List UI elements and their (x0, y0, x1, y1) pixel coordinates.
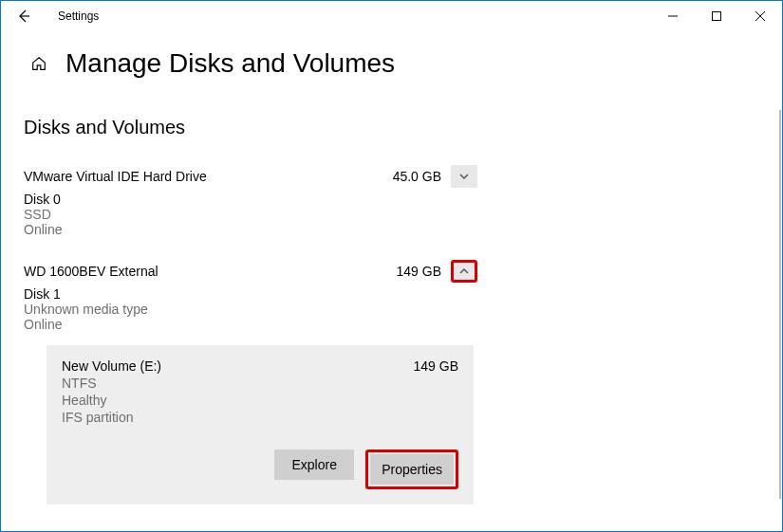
minimize-icon (668, 11, 678, 21)
home-button[interactable] (29, 54, 48, 73)
chevron-down-icon (458, 171, 470, 182)
titlebar: Settings (1, 1, 782, 31)
back-button[interactable] (9, 1, 39, 31)
maximize-icon (712, 11, 721, 21)
properties-highlight: Properties (365, 449, 458, 489)
volume-name: New Volume (E:) (62, 358, 414, 374)
volume-header-row: New Volume (E:) 149 GB (62, 358, 458, 374)
content-area: Disks and Volumes VMware Virtual IDE Har… (1, 90, 782, 504)
disk-label: Disk 1 (24, 286, 477, 302)
volume-filesystem: NTFS (62, 376, 458, 391)
explore-button[interactable]: Explore (274, 449, 354, 480)
disk-item: VMware Virtual IDE Hard Drive 45.0 GB Di… (24, 165, 477, 237)
disk-name: VMware Virtual IDE Hard Drive (24, 169, 393, 184)
properties-button[interactable]: Properties (370, 454, 454, 485)
disk-size: 149 GB (397, 264, 441, 279)
disk-header-row[interactable]: WD 1600BEV External 149 GB (24, 260, 477, 283)
volume-health: Healthy (62, 393, 458, 408)
disk-label: Disk 0 (24, 192, 477, 207)
disk-media: SSD (24, 207, 477, 222)
chevron-up-icon (458, 266, 470, 277)
disk-item: WD 1600BEV External 149 GB Disk 1 Unknow… (24, 260, 477, 504)
disk-media: Unknown media type (24, 302, 477, 317)
expand-button[interactable] (451, 165, 477, 188)
page-header: Manage Disks and Volumes (1, 31, 782, 90)
disk-list: VMware Virtual IDE Hard Drive 45.0 GB Di… (24, 165, 477, 504)
scrollbar[interactable] (779, 110, 781, 499)
settings-window: Settings Manage Disks and Volumes Disks … (0, 0, 783, 532)
section-title: Disks and Volumes (24, 117, 754, 138)
disk-name: WD 1600BEV External (24, 264, 397, 279)
disk-status: Online (24, 317, 477, 332)
home-icon (30, 55, 47, 72)
minimize-button[interactable] (651, 1, 695, 31)
window-controls (651, 1, 782, 31)
volume-actions: Explore Properties (62, 449, 458, 489)
arrow-left-icon (16, 9, 31, 24)
maximize-button[interactable] (695, 1, 738, 31)
svg-rect-2 (713, 12, 721, 21)
volume-size: 149 GB (414, 358, 458, 374)
disk-header-row[interactable]: VMware Virtual IDE Hard Drive 45.0 GB (24, 165, 477, 188)
disk-size: 45.0 GB (393, 169, 441, 184)
close-button[interactable] (738, 1, 782, 31)
collapse-button[interactable] (451, 260, 477, 283)
volume-partition: IFS partition (62, 410, 458, 425)
volume-panel: New Volume (E:) 149 GB NTFS Healthy IFS … (47, 345, 474, 504)
close-icon (755, 11, 765, 21)
page-title: Manage Disks and Volumes (65, 48, 395, 79)
window-title: Settings (58, 9, 99, 23)
disk-status: Online (24, 222, 477, 237)
